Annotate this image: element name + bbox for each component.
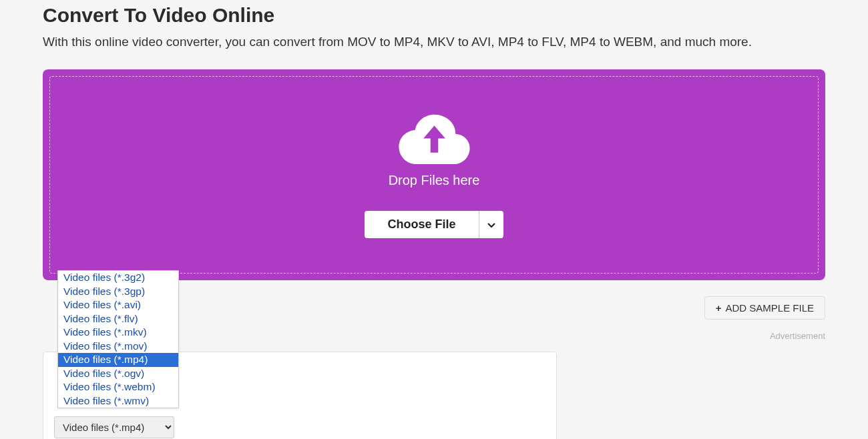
format-options-listbox[interactable]: Video files (*.3g2)Video files (*.3gp)Vi… [57, 270, 179, 408]
format-option[interactable]: Video files (*.mkv) [58, 326, 178, 340]
plus-icon: + [716, 302, 722, 314]
format-option[interactable]: Video files (*.webm) [58, 380, 178, 394]
chevron-down-icon [486, 220, 497, 230]
format-option[interactable]: Video files (*.3g2) [58, 271, 178, 285]
add-sample-file-button[interactable]: + ADD SAMPLE FILE [704, 296, 825, 320]
drop-files-text: Drop Files here [389, 173, 480, 188]
cloud-upload-icon [399, 111, 470, 166]
format-option[interactable]: Video files (*.flv) [58, 312, 178, 326]
format-option[interactable]: Video files (*.ogv) [58, 367, 178, 381]
format-option[interactable]: Video files (*.3gp) [58, 285, 178, 299]
format-option[interactable]: Video files (*.avi) [58, 298, 178, 312]
format-option[interactable]: Video files (*.mp4) [58, 353, 178, 367]
file-dropzone[interactable]: Drop Files here Choose File [43, 69, 825, 280]
choose-file-group: Choose File [365, 211, 503, 238]
choose-file-button[interactable]: Choose File [365, 211, 478, 238]
format-option[interactable]: Video files (*.mov) [58, 340, 178, 354]
format-option[interactable]: Video files (*.wmv) [58, 394, 178, 408]
choose-file-dropdown-button[interactable] [479, 211, 503, 238]
page-subtitle: With this online video converter, you ca… [43, 35, 825, 49]
add-sample-label: ADD SAMPLE FILE [725, 302, 814, 314]
dropzone-inner: Drop Files here Choose File [49, 76, 819, 274]
format-select[interactable]: Video files (*.3g2)Video files (*.3gp)Vi… [54, 416, 174, 438]
page-title: Convert To Video Online [43, 4, 825, 27]
